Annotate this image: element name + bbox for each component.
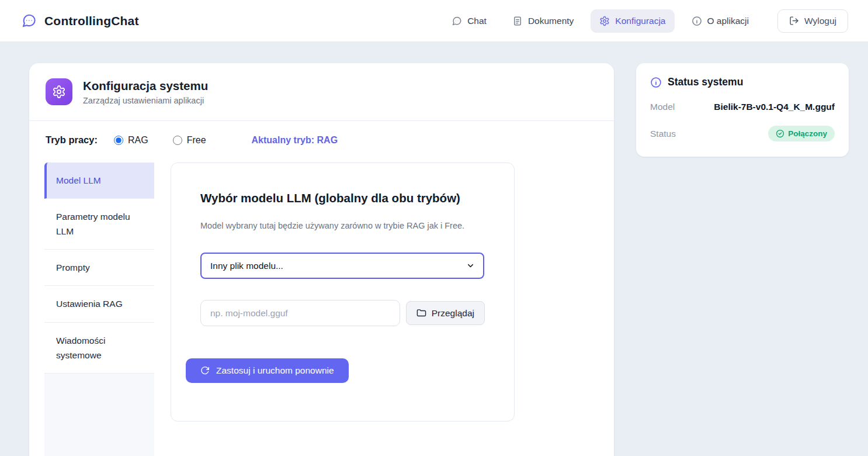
main-nav: Chat Dokumenty Konfiguracja (443, 9, 848, 33)
status-row-model: Model Bielik-7B-v0.1-Q4_K_M.gguf (650, 102, 835, 112)
mode-radio-rag-label: RAG (128, 135, 148, 146)
browse-button[interactable]: Przeglądaj (406, 301, 485, 325)
mode-radio-rag-input[interactable] (114, 136, 123, 145)
nav-item-o-aplikacji[interactable]: O aplikacji (683, 9, 758, 33)
current-mode-text: Aktualny tryb: RAG (252, 135, 338, 146)
model-label: Model (650, 102, 675, 112)
top-navbar: ControllingChat Chat (0, 0, 868, 42)
panel-description: Model wybrany tutaj będzie używany zarów… (200, 221, 485, 230)
gear-badge-icon (46, 78, 72, 105)
nav-item-label: Chat (467, 16, 487, 26)
settings-tab-list: Model LLM Parametry modelu LLM Prompty U… (44, 163, 154, 456)
info-icon (692, 16, 702, 26)
logout-label: Wyloguj (804, 16, 836, 26)
connection-status-badge: Połączony (768, 126, 835, 141)
custom-model-row: Przeglądaj (200, 300, 485, 326)
chat-bubble-logo-icon (21, 13, 37, 29)
refresh-icon (200, 366, 210, 375)
nav-item-label: O aplikacji (707, 16, 749, 26)
system-status-card: Status systemu Model Bielik-7B-v0.1-Q4_K… (636, 63, 849, 157)
brand-name: ControllingChat (44, 14, 139, 28)
status-title: Status systemu (668, 76, 743, 88)
configuration-card-header: Konfiguracja systemu Zarządzaj ustawieni… (29, 63, 614, 121)
browse-label: Przeglądaj (432, 308, 474, 319)
page-title-block: Konfiguracja systemu Zarządzaj ustawieni… (83, 79, 208, 105)
check-circle-icon (776, 129, 784, 138)
model-file-input[interactable] (200, 300, 400, 326)
mode-radio-free-label: Free (187, 135, 206, 146)
page-title: Konfiguracja systemu (83, 79, 208, 93)
configuration-body: Model LLM Parametry modelu LLM Prompty U… (29, 163, 614, 456)
mode-radio-free[interactable]: Free (173, 135, 206, 146)
chat-bubble-icon (452, 16, 462, 26)
folder-icon (416, 308, 426, 318)
panel-title: Wybór modelu LLM (globalny dla obu trybó… (200, 191, 485, 205)
model-select[interactable]: Inny plik modelu... (200, 253, 484, 279)
tab-list-filler (44, 374, 154, 456)
logout-button[interactable]: Wyloguj (777, 9, 848, 33)
configuration-card: Konfiguracja systemu Zarządzaj ustawieni… (29, 63, 614, 456)
model-value: Bielik-7B-v0.1-Q4_K_M.gguf (714, 102, 835, 112)
brand: ControllingChat (21, 13, 139, 29)
chevron-down-icon (466, 261, 475, 270)
tab-model-llm[interactable]: Model LLM (44, 163, 154, 199)
status-label: Status (650, 129, 676, 139)
apply-restart-button[interactable]: Zastosuj i uruchom ponownie (186, 358, 349, 383)
model-select-value: Inny plik modelu... (210, 261, 283, 271)
document-icon (512, 16, 523, 26)
nav-item-konfiguracja[interactable]: Konfiguracja (591, 9, 674, 33)
work-mode-label: Tryb pracy: (46, 134, 98, 146)
status-row-status: Status Połączony (650, 126, 835, 141)
info-circle-icon (650, 77, 662, 88)
model-selection-panel: Wybór modelu LLM (globalny dla obu trybó… (171, 163, 515, 422)
tab-prompty[interactable]: Prompty (44, 250, 154, 286)
work-mode-row: Tryb pracy: RAG Free Aktualny tryb: RAG (29, 121, 614, 163)
mode-radio-free-input[interactable] (173, 136, 182, 145)
tab-parametry-modelu-llm[interactable]: Parametry modelu LLM (44, 199, 154, 250)
logout-icon (789, 16, 799, 26)
mode-radio-rag[interactable]: RAG (114, 135, 148, 146)
tab-ustawienia-rag[interactable]: Ustawienia RAG (44, 286, 154, 322)
system-status-header: Status systemu (650, 76, 835, 88)
page-content: Konfiguracja systemu Zarządzaj ustawieni… (0, 42, 868, 456)
apply-restart-label: Zastosuj i uruchom ponownie (216, 365, 334, 376)
nav-item-chat[interactable]: Chat (443, 9, 495, 33)
tab-wiadomosci-systemowe[interactable]: Wiadomości systemowe (44, 323, 154, 374)
connection-status-label: Połączony (788, 129, 827, 138)
nav-item-label: Konfiguracja (615, 16, 665, 26)
page-subtitle: Zarządzaj ustawieniami aplikacji (83, 96, 208, 105)
gear-icon (599, 16, 610, 26)
nav-item-dokumenty[interactable]: Dokumenty (504, 9, 582, 33)
nav-item-label: Dokumenty (528, 16, 574, 26)
